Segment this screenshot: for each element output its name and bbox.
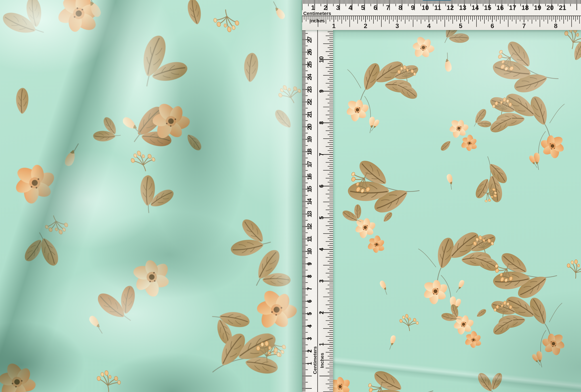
ruler-number: 20	[546, 4, 554, 11]
ruler-number: 10	[306, 248, 313, 255]
ruler-number: 6	[306, 300, 313, 303]
ruler-number: 2	[318, 311, 325, 314]
ruler-number: 13	[306, 211, 313, 217]
floral-motif	[185, 132, 203, 153]
floral-motif	[481, 87, 571, 173]
vertical-ruler-numbers: 1234567891011121314151617181920212223242…	[306, 36, 325, 365]
ruler-number: 17	[509, 4, 516, 11]
ruler-number: 13	[459, 4, 466, 11]
floral-motif	[129, 146, 158, 175]
ruler-number: 12	[446, 4, 454, 11]
floral-motif	[212, 8, 240, 34]
ruler-number: 10	[422, 4, 429, 11]
ruler-number: 7	[306, 287, 313, 290]
ruler-number: 12	[306, 223, 313, 230]
ruler-number: 9	[411, 4, 414, 11]
ruler-number: 8	[398, 4, 402, 11]
floral-motif	[389, 335, 396, 350]
ruler-number: 27	[306, 36, 313, 43]
ruler-number: 5	[459, 22, 462, 29]
ruler-number: 20	[306, 124, 313, 130]
ruler-number: 8	[554, 22, 558, 29]
floral-motif	[269, 1, 286, 20]
cm-unit-label-vertical: Centimeters	[312, 346, 318, 374]
ruler-number: 10	[318, 56, 325, 63]
ruler-number: 19	[534, 4, 541, 11]
floral-motif	[476, 370, 506, 392]
ruler-number: 15	[484, 4, 491, 11]
ruler-number: 8	[306, 275, 313, 278]
floral-motif	[89, 112, 127, 151]
floral-motif	[398, 312, 420, 333]
ruler-number: 3	[306, 337, 313, 340]
floral-motif	[567, 260, 581, 278]
ruler-number: 14	[472, 4, 479, 11]
ruler-number: 3	[396, 22, 399, 29]
floral-motif	[364, 232, 389, 258]
floral-motif	[342, 56, 425, 136]
ruler-number: 8	[318, 121, 325, 124]
floral-motif	[20, 231, 64, 269]
ruler-number: 9	[306, 262, 313, 265]
ruler-number: 16	[496, 4, 504, 11]
floral-motif	[14, 87, 30, 114]
floral-motif	[486, 292, 568, 369]
floral-motif	[439, 140, 452, 152]
inch-unit-label-vertical: Inches	[319, 353, 325, 368]
ruler-number: 22	[306, 99, 313, 105]
floral-motif	[354, 215, 377, 240]
ruler-number: 9	[318, 89, 325, 93]
floral-motif	[42, 212, 70, 239]
ruler-number: 2	[306, 350, 313, 353]
ruler-number: 4	[348, 4, 352, 11]
print-drape-group	[0, 0, 304, 392]
ruler-number: 5	[361, 4, 365, 11]
floral-motif	[472, 156, 511, 206]
floral-motif	[442, 52, 452, 72]
photo-edge-strip	[423, 0, 451, 1]
ruler-number: 14	[306, 198, 313, 205]
ruler-number: 4	[427, 22, 431, 29]
ruler-number: 1	[318, 343, 325, 346]
ruler-number: 6	[491, 22, 494, 29]
floral-motif	[276, 79, 304, 108]
floral-motif	[461, 328, 486, 353]
ruler-number: 4	[318, 248, 325, 251]
floral-motif	[382, 211, 394, 223]
ruler-number: 6	[374, 4, 377, 11]
floral-motif	[12, 159, 58, 208]
cm-unit-label-horizontal: Centimeters	[303, 11, 331, 16]
ruler-number: 17	[306, 161, 313, 167]
floral-motif	[378, 280, 390, 295]
ruler-number: 18	[522, 4, 529, 11]
floral-motif	[241, 52, 261, 83]
floral-motif	[475, 308, 488, 318]
ruler-number: 5	[306, 312, 313, 315]
floral-motif	[187, 0, 202, 25]
inch-unit-label-horizontal: Inches	[310, 18, 325, 23]
floral-motif	[0, 357, 42, 392]
floral-motif	[205, 322, 287, 390]
floral-motif	[123, 27, 198, 102]
floral-motif	[410, 33, 438, 62]
ruler-number: 1	[306, 362, 313, 365]
floral-motif	[273, 107, 293, 131]
floral-motif	[252, 284, 301, 336]
ruler-number: 19	[306, 136, 313, 143]
floral-motif	[446, 173, 456, 190]
ruler-number: 11	[434, 4, 441, 11]
print-flat-group	[326, 12, 581, 392]
ruler-number: 21	[559, 4, 566, 11]
ruler-number: 18	[306, 148, 313, 155]
ruler-number: 16	[306, 173, 313, 180]
floral-motif	[456, 279, 465, 294]
ruler-number: 23	[306, 86, 313, 93]
ruler-number: 4	[306, 324, 313, 328]
floral-motif	[362, 365, 435, 392]
horizontal-ruler: 1234567891011121314151617181920211234567…	[302, 0, 581, 30]
ruler-number: 25	[306, 61, 313, 68]
ruler-number: 21	[306, 111, 313, 118]
floral-motif	[0, 0, 58, 49]
ruler-number: 24	[306, 73, 313, 80]
ruler-number: 7	[522, 22, 526, 29]
